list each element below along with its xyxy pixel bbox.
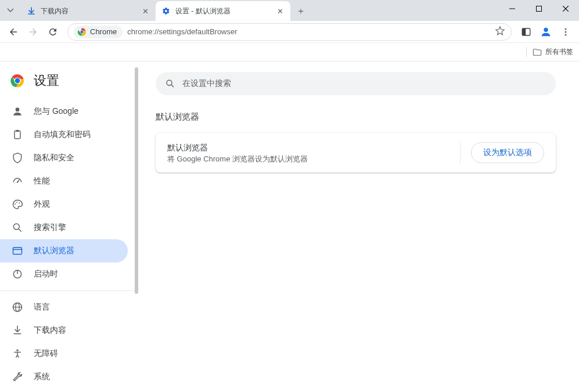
globe-icon [12, 301, 23, 313]
side-panel-button[interactable] [516, 22, 536, 42]
chrome-icon [77, 27, 87, 37]
sidebar-item-label: 性能 [34, 176, 50, 186]
site-chip: Chrome [74, 26, 123, 38]
palette-icon [12, 199, 23, 210]
power-icon [12, 268, 23, 280]
sidebar-item-label: 系统 [34, 372, 50, 382]
svg-point-15 [16, 107, 20, 112]
all-bookmarks-button[interactable]: 所有书签 [533, 47, 573, 57]
tab-strip: 下载内容 ✕ 设置 - 默认浏览器 ✕ ＋ [21, 1, 309, 21]
tab-title: 设置 - 默认浏览器 [175, 6, 275, 16]
svg-rect-1 [537, 6, 542, 12]
sidebar-item-search-engine[interactable]: 搜索引擎 [0, 216, 128, 239]
toolbar: Chrome chrome://settings/defaultBrowser [0, 21, 579, 43]
svg-point-32 [16, 350, 18, 351]
bookmarks-bar: 所有书签 [0, 43, 579, 62]
reload-button[interactable] [43, 22, 63, 42]
svg-point-20 [15, 203, 16, 204]
profile-button[interactable] [536, 22, 556, 42]
chrome-logo-icon [10, 74, 24, 88]
sidebar-item-label: 隐私和安全 [34, 153, 74, 163]
default-browser-card: 默认浏览器 将 Google Chrome 浏览器设为默认浏览器 设为默认选项 [156, 133, 556, 172]
chip-label: Chrome [90, 27, 117, 36]
tab-downloads[interactable]: 下载内容 ✕ [21, 1, 156, 21]
sidebar-item-accessibility[interactable]: 无障碍 [0, 342, 128, 365]
close-window-button[interactable] [552, 0, 579, 17]
new-tab-button[interactable]: ＋ [293, 3, 309, 19]
svg-point-10 [565, 28, 567, 30]
svg-rect-25 [13, 247, 22, 254]
svg-line-24 [19, 229, 21, 232]
window-icon [12, 245, 23, 257]
settings-search-input[interactable]: 在设置中搜索 [156, 72, 556, 95]
download-icon [27, 6, 36, 16]
section-title: 默认浏览器 [156, 112, 556, 123]
sidebar-item-label: 下载内容 [34, 325, 66, 336]
svg-point-14 [15, 78, 20, 84]
sidebar-item-you-and-google[interactable]: 您与 Google [0, 100, 128, 123]
svg-point-6 [80, 30, 83, 33]
download-icon [12, 325, 23, 336]
svg-point-12 [565, 34, 567, 35]
close-icon[interactable]: ✕ [275, 6, 285, 16]
sidebar-item-label: 语言 [34, 302, 50, 312]
gear-icon [161, 6, 171, 16]
svg-point-23 [13, 224, 19, 229]
omnibox[interactable]: Chrome chrome://settings/defaultBrowser [67, 23, 512, 41]
close-icon[interactable]: ✕ [141, 6, 150, 16]
sidebar-item-label: 默认浏览器 [34, 246, 74, 256]
sidebar-item-label: 自动填充和密码 [34, 130, 91, 140]
menu-button[interactable] [556, 22, 576, 42]
divider [460, 141, 461, 164]
tab-settings[interactable]: 设置 - 默认浏览器 ✕ [156, 1, 290, 21]
search-placeholder: 在设置中搜索 [182, 78, 231, 89]
all-bookmarks-label: 所有书签 [545, 47, 573, 57]
svg-point-33 [167, 80, 172, 85]
tab-search-button[interactable] [0, 0, 21, 21]
scrollbar-thumb[interactable] [135, 67, 138, 294]
sidebar-item-privacy[interactable]: 隐私和安全 [0, 146, 128, 170]
card-title: 默认浏览器 [167, 142, 308, 154]
search-icon [165, 78, 175, 89]
bookmark-star-icon[interactable] [495, 26, 505, 38]
shield-icon [12, 152, 23, 164]
svg-point-19 [17, 181, 19, 183]
clipboard-icon [12, 129, 23, 141]
sidebar-item-default-browser[interactable]: 默认浏览器 [0, 239, 128, 262]
tab-title: 下载内容 [41, 6, 141, 16]
window-controls [499, 0, 579, 17]
svg-rect-16 [15, 131, 20, 138]
speed-icon [12, 175, 23, 187]
back-button[interactable] [3, 22, 23, 42]
sidebar-scrollbar[interactable] [135, 62, 138, 392]
settings-page: 设置 您与 Google 自动填充和密码 隐私和安全 性能 外观 [0, 62, 579, 392]
maximize-button[interactable] [526, 0, 552, 17]
minimize-button[interactable] [499, 0, 526, 17]
make-default-button[interactable]: 设为默认选项 [471, 142, 544, 163]
sidebar-item-languages[interactable]: 语言 [0, 296, 128, 319]
svg-point-9 [544, 27, 548, 31]
sidebar-item-label: 您与 Google [34, 106, 78, 117]
sidebar-item-performance[interactable]: 性能 [0, 170, 128, 193]
search-icon [12, 222, 23, 233]
sidebar-item-system[interactable]: 系统 [0, 365, 128, 389]
sidebar-item-appearance[interactable]: 外观 [0, 193, 128, 216]
sidebar-item-label: 外观 [34, 199, 50, 210]
card-subtitle: 将 Google Chrome 浏览器设为默认浏览器 [167, 154, 308, 164]
sidebar-item-label: 无障碍 [34, 348, 58, 359]
settings-sidebar: 设置 您与 Google 自动填充和密码 隐私和安全 性能 外观 [0, 62, 135, 392]
forward-button[interactable] [23, 22, 43, 42]
svg-line-34 [171, 85, 174, 87]
divider [0, 290, 135, 291]
wrench-icon [12, 371, 23, 383]
settings-main: 在设置中搜索 默认浏览器 默认浏览器 将 Google Chrome 浏览器设为… [138, 62, 579, 392]
sidebar-item-on-startup[interactable]: 启动时 [0, 262, 128, 286]
sidebar-item-autofill[interactable]: 自动填充和密码 [0, 123, 128, 146]
sidebar-title: 设置 [34, 72, 59, 89]
svg-point-11 [565, 31, 567, 33]
svg-point-21 [16, 202, 17, 203]
titlebar: 下载内容 ✕ 设置 - 默认浏览器 ✕ ＋ [0, 0, 579, 21]
sidebar-item-downloads[interactable]: 下载内容 [0, 319, 128, 342]
svg-rect-8 [522, 28, 526, 35]
accessibility-icon [12, 348, 23, 359]
